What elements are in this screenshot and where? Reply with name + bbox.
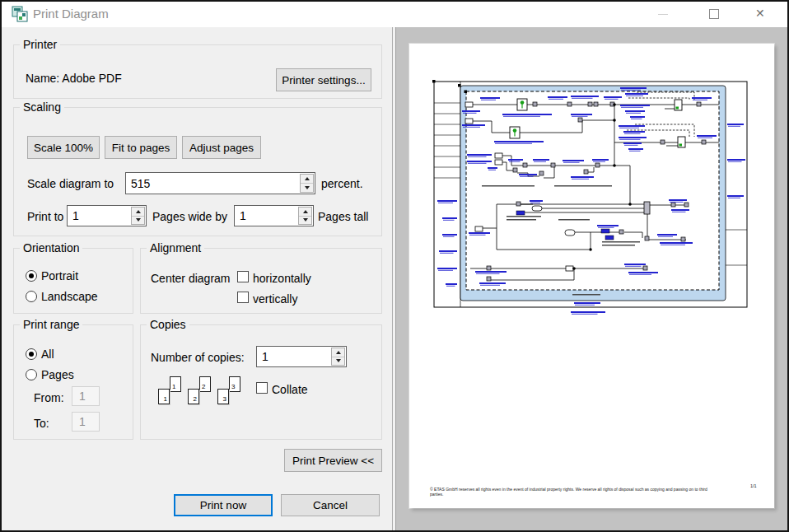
maximize-button[interactable] (700, 2, 728, 27)
collate-pages-group: 2 2 (187, 375, 212, 406)
block-diagram-preview (409, 44, 774, 508)
printer-legend: Printer (20, 38, 60, 51)
page-sheet: 3 (229, 376, 240, 392)
page-sheet: 1 (158, 389, 170, 404)
scaling-legend: Scaling (20, 100, 64, 114)
preview-page: © ETAS GmbH reserves all rights even in … (409, 44, 774, 508)
center-diagram-label: Center diagram (151, 272, 231, 285)
close-icon: ✕ (755, 7, 765, 20)
spinner-down-button[interactable] (132, 217, 144, 225)
page-sheet: 3 (217, 389, 229, 404)
window-title: Print Diagram (33, 7, 109, 21)
orientation-legend: Orientation (20, 241, 82, 254)
down-arrow-icon (336, 359, 341, 362)
up-arrow-icon (336, 351, 341, 354)
maximize-icon (709, 9, 719, 19)
pages-tall-value: 1 (235, 209, 298, 222)
title-bar: Print Diagram ✕ (2, 2, 787, 27)
print-preview-button[interactable]: Print Preview << (284, 449, 382, 472)
pages-wide-label: Pages wide by (152, 210, 227, 223)
collate-pages-group: 1 1 (157, 375, 182, 406)
spinner-up-button[interactable] (132, 208, 144, 217)
orientation-group: Orientation Portrait Landscape (13, 248, 133, 314)
to-label: To: (34, 417, 49, 430)
from-label: From: (34, 391, 64, 404)
print-preview-pane: © ETAS GmbH reserves all rights even in … (396, 27, 787, 530)
alignment-legend: Alignment (147, 241, 204, 254)
page-footer-text: © ETAS GmbH reserves all rights even in … (430, 487, 749, 497)
app-icon (12, 6, 28, 22)
from-value: 1 (79, 390, 86, 403)
number-of-copies-value: 1 (257, 350, 331, 363)
page-sheet: 2 (199, 376, 211, 392)
pages-tall-input[interactable]: 1 (234, 205, 314, 226)
adjust-pages-button[interactable]: Adjust pages (182, 136, 261, 159)
down-arrow-icon (303, 218, 308, 222)
scale-percent-input[interactable]: 515 (125, 172, 315, 194)
page-number: 1/1 (750, 483, 757, 488)
up-arrow-icon (303, 210, 308, 213)
pages-wide-value: 1 (68, 209, 131, 222)
spinner-up-button[interactable] (301, 175, 313, 184)
horizontally-checkbox[interactable] (237, 271, 249, 282)
fit-to-pages-button[interactable]: Fit to pages (105, 136, 177, 159)
pages-tall-label: Pages tall (318, 210, 368, 223)
vertically-label: vertically (253, 292, 297, 306)
pages-wide-input[interactable]: 1 (67, 205, 147, 226)
pages-wide-spinner (131, 207, 145, 225)
portrait-label: Portrait (41, 269, 78, 282)
scale-percent-spinner (300, 174, 314, 193)
spinner-down-button[interactable] (301, 184, 313, 192)
from-input[interactable]: 1 (72, 386, 100, 406)
page-sheet: 2 (188, 389, 199, 404)
copies-legend: Copies (147, 318, 189, 331)
collate-label: Collate (272, 383, 308, 396)
print-range-legend: Print range (20, 318, 82, 331)
landscape-label: Landscape (41, 290, 98, 303)
spinner-up-button[interactable] (299, 208, 311, 217)
spinner-down-button[interactable] (299, 217, 311, 225)
down-arrow-icon (305, 186, 310, 189)
cancel-button[interactable]: Cancel (281, 494, 380, 516)
to-input[interactable]: 1 (72, 412, 100, 432)
printer-name-label: Name: Adobe PDF (26, 72, 122, 85)
number-of-copies-label: Number of copies: (151, 351, 245, 364)
scale-diagram-label: Scale diagram to (27, 177, 114, 190)
up-arrow-icon (136, 210, 141, 213)
all-radio[interactable] (26, 348, 37, 360)
printer-group: Printer Name: Adobe PDF Printer settings… (13, 44, 382, 99)
scaling-group: Scaling Scale 100% Fit to pages Adjust p… (13, 107, 382, 236)
all-label: All (41, 348, 54, 361)
page-sheet: 1 (170, 376, 181, 392)
pages-radio[interactable] (26, 369, 37, 380)
pages-label: Pages (41, 368, 74, 381)
spinner-up-button[interactable] (332, 348, 344, 357)
print-now-button[interactable]: Print now (174, 494, 273, 516)
copies-spinner (331, 348, 345, 366)
collate-checkbox[interactable] (256, 382, 268, 394)
spinner-down-button[interactable] (332, 357, 344, 366)
vertically-checkbox[interactable] (237, 292, 249, 303)
settings-panel: Printer Name: Adobe PDF Printer settings… (2, 27, 392, 530)
alignment-group: Alignment Center diagram horizontally ve… (140, 248, 382, 314)
landscape-radio[interactable] (26, 291, 37, 302)
horizontally-label: horizontally (253, 272, 311, 285)
number-of-copies-input[interactable]: 1 (256, 346, 347, 367)
to-value: 1 (79, 415, 86, 428)
copies-group: Copies Number of copies: 1 1 1 2 2 (140, 324, 382, 440)
portrait-radio[interactable] (26, 270, 37, 282)
up-arrow-icon (305, 177, 310, 180)
minimize-icon (658, 14, 668, 15)
minimize-button[interactable] (649, 2, 677, 27)
percent-label: percent. (321, 177, 363, 190)
print-diagram-dialog: Print Diagram ✕ Printer Name: Adobe PDF … (0, 0, 789, 532)
close-button[interactable]: ✕ (748, 2, 776, 27)
scale-percent-value: 515 (126, 177, 300, 190)
down-arrow-icon (136, 218, 141, 222)
pages-tall-spinner (298, 207, 312, 225)
print-range-group: Print range All Pages From: 1 To: 1 (13, 324, 133, 440)
scale-100-button[interactable]: Scale 100% (27, 136, 100, 159)
printer-settings-button[interactable]: Printer settings... (276, 68, 371, 91)
collate-icon: 1 1 2 2 3 3 (157, 375, 248, 408)
print-to-label: Print to (27, 210, 63, 223)
